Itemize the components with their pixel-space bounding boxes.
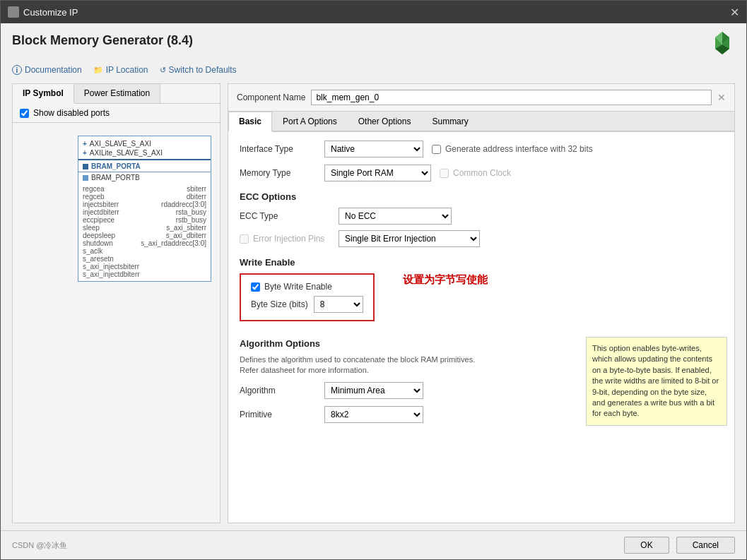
port-axilite-slave: + AXILite_SLAVE_S_AXI [78,148,211,157]
bottom-buttons: OK Cancel [624,537,735,554]
byte-size-select[interactable]: 8 9 [314,296,363,313]
tab-port-a-options[interactable]: Port A Options [272,112,348,131]
port-axi-slave: + AXI_SLAVE_S_AXI [78,139,211,148]
main-content: Block Memory Generator (8.4) i Documenta… [1,23,746,530]
port-bram-porta: BRAM_PORTA [78,162,211,171]
interface-type-row: Interface Type Native AXI4 AXI4LITE Gene… [240,141,723,157]
app-title: Block Memory Generator (8.4) [12,33,193,48]
interface-type-label: Interface Type [240,144,324,154]
ecc-options-title: ECC Options [240,191,723,202]
right-tabs: Basic Port A Options Other Options Summa… [228,112,734,132]
port-saresetn: s_aresetn [83,255,140,263]
title-bar: Customize IP ✕ [1,1,746,23]
symbol-area: + AXI_SLAVE_S_AXI + AXILite_SLAVE_S_AXI [13,123,220,523]
port-injectsbiterr: injectsbiterr [83,201,140,208]
location-icon: 📁 [93,66,103,75]
customize-ip-window: Customize IP ✕ Block Memory Generator (8… [0,0,747,560]
tooltip-box: This option enables byte-writes, which a… [586,337,727,426]
port-sxi-injectsbiterr: s_axi_injectsbiterr [83,263,140,270]
comp-name-input[interactable] [311,90,712,105]
error-injection-row: Error Injection Pins Single Bit Error In… [240,230,723,247]
comp-name-label: Component Name [237,93,305,102]
watermark: CSDN @冷冰鱼 [12,540,67,551]
port-saclk: s_aclk [83,247,140,255]
info-icon: i [12,65,22,75]
ok-button[interactable]: OK [624,537,669,554]
port-sxi-dbiterr: s_axi_dbiterr [141,232,206,239]
ip-location-link[interactable]: 📁 IP Location [93,65,148,75]
write-enable-box: Byte Write Enable Byte Size (bits) 8 9 [240,273,375,321]
port-sbiterr: sbiterr [141,185,206,193]
right-body: Interface Type Native AXI4 AXI4LITE Gene… [228,132,734,523]
left-panel: IP Symbol Power Estimation Show disabled… [12,83,220,523]
memory-type-label: Memory Type [240,168,324,178]
right-panel: Component Name ✕ Basic Port A Options Ot… [228,83,735,523]
algorithm-select[interactable]: Minimum Area Low Power Fixed Primitives [324,382,423,399]
error-injection-label: Error Injection Pins [240,234,339,244]
port-eccpipece: eccpipece [83,216,140,224]
byte-size-label: Byte Size (bits) [251,299,308,309]
gen-addr-label: Generate address interface with 32 bits [432,144,593,154]
tab-ip-symbol[interactable]: IP Symbol [13,84,74,104]
algorithm-label: Algorithm [240,386,324,395]
port-sxi-rdaddrecc: s_axi_rdaddrecc[3:0] [141,239,206,247]
title-bar-text: Customize IP [23,7,78,18]
port-regceb: regceb [83,193,140,201]
left-tabs: IP Symbol Power Estimation [13,84,220,104]
title-bar-left: Customize IP [8,6,78,18]
port-regcea: regcea [83,185,140,193]
content-area: IP Symbol Power Estimation Show disabled… [12,83,735,523]
port-sxi-sbiterr: s_axi_sbiterr [141,224,206,232]
bottom-bar: CSDN @冷冰鱼 OK Cancel [1,530,746,559]
annotation-text: 设置为字节写使能 [403,273,488,287]
byte-write-enable-row: Byte Write Enable [251,282,363,292]
logo [710,30,735,58]
show-disabled-checkbox[interactable] [20,109,29,118]
documentation-link[interactable]: i Documentation [12,65,82,75]
port-bram-portb: BRAM_PORTB [78,173,211,182]
ecc-type-row: ECC Type No ECC Hamming ECC SEC/DED ECC [240,208,723,225]
port-shutdown: shutdown [83,239,140,247]
tab-other-options[interactable]: Other Options [348,112,422,131]
common-clock-label: Common Clock [440,168,511,178]
toolbar: i Documentation 📁 IP Location ↺ Switch t… [12,65,735,75]
memory-type-row: Memory Type Single Port RAM Simple Dual … [240,165,723,181]
component-name-row: Component Name ✕ [228,84,734,112]
common-clock-checkbox[interactable] [440,169,449,178]
byte-write-enable-checkbox[interactable] [251,282,260,292]
cancel-button[interactable]: Cancel [676,537,735,554]
gen-addr-checkbox[interactable] [432,145,441,154]
switch-defaults-link[interactable]: ↺ Switch to Defaults [160,65,237,75]
port-sleep: sleep [83,224,140,232]
tab-summary[interactable]: Summary [421,112,478,131]
error-injection-checkbox[interactable] [240,234,249,244]
show-disabled-label: Show disabled ports [33,108,110,118]
byte-size-row: Byte Size (bits) 8 9 [251,296,363,313]
show-disabled-row: Show disabled ports [13,104,220,123]
svg-rect-0 [9,8,18,16]
error-injection-select[interactable]: Single Bit Error Injection Double Bit Er… [339,230,480,247]
byte-write-enable-label: Byte Write Enable [264,282,332,292]
memory-type-select[interactable]: Single Port RAM Simple Dual Port RAM Tru… [324,165,431,181]
tab-power-estimation[interactable]: Power Estimation [74,84,160,103]
port-rsta-busy: rsta_busy [141,208,206,216]
tab-basic[interactable]: Basic [228,112,272,132]
clear-comp-name-button[interactable]: ✕ [717,92,726,103]
port-dbiterr: dbiterr [141,193,206,201]
port-sxi-injectdbiterr: s_axi_injectdbiterr [83,270,140,278]
refresh-icon: ↺ [160,66,166,75]
port-rstb-busy: rstb_busy [141,216,206,224]
primitive-label: Primitive [240,410,324,419]
port-deepsleep: deepsleep [83,232,140,239]
tooltip-text: This option enables byte-writes, which a… [592,344,719,417]
ecc-type-select[interactable]: No ECC Hamming ECC SEC/DED ECC [339,208,452,225]
port-rdaddrecc: rdaddrecc[3:0] [141,201,206,208]
primitive-select[interactable]: 8kx2 16kx1 512x36 [324,406,423,423]
ecc-type-label: ECC Type [240,211,339,221]
app-icon [8,6,19,18]
port-injectdbiterr: injectdbiterr [83,208,140,216]
close-button[interactable]: ✕ [730,6,739,19]
write-enable-title: Write Enable [240,257,723,268]
interface-type-select[interactable]: Native AXI4 AXI4LITE [324,141,423,157]
